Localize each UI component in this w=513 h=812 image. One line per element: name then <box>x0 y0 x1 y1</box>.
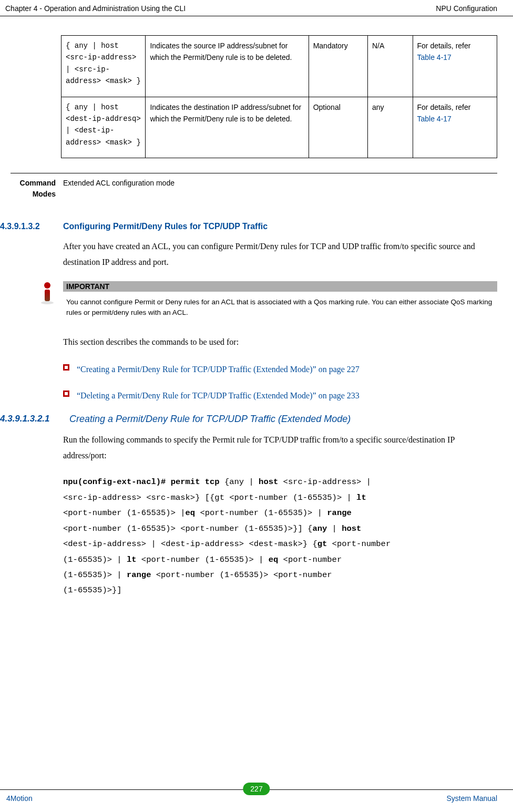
param-cell: { any | host <src-ip-address> | <src-ip-… <box>61 36 146 97</box>
cmd-text: <port-number (1-65535)> | <box>137 555 269 564</box>
xref-link[interactable]: “Deleting a Permit/Deny Rule for TCP/UDP… <box>77 388 360 404</box>
parameter-table: { any | host <src-ip-address> | <src-ip-… <box>61 35 497 158</box>
cmd-text: {any | <box>224 477 259 487</box>
cmd-text: range <box>327 508 352 518</box>
cmd-text: <port-number <box>327 539 391 549</box>
body-paragraph: Run the following commands to specify th… <box>63 432 484 463</box>
list-item: “Deleting a Permit/Deny Rule for TCP/UDP… <box>63 388 484 404</box>
section-title: Configuring Permit/Deny Rules for TCP/UD… <box>63 222 268 231</box>
subsection-number: 4.3.9.1.3.2.1 <box>0 414 69 425</box>
bullet-list: “Creating a Permit/Deny Rule for TCP/UDP… <box>63 362 484 403</box>
page-number-badge: 227 <box>243 783 270 795</box>
cmd-text: host <box>259 477 278 487</box>
cmd-text: eq <box>186 508 196 518</box>
cmd-text: npu(config-ext-nacl)# permit tcp <box>63 477 224 487</box>
table-link[interactable]: Table 4-17 <box>417 53 452 61</box>
cmd-text: any <box>312 524 327 533</box>
presence-cell: Optional <box>309 97 367 158</box>
bullet-icon <box>63 390 69 397</box>
param-cell: { any | host <dest-ip-addresq> | <dest-i… <box>61 97 146 158</box>
cmd-text: (1-65535)>}] <box>63 585 122 595</box>
footer-right: System Manual <box>447 794 497 803</box>
cmd-text: <port-number (1-65535)> | <box>195 508 327 518</box>
header-right: NPU Configuration <box>436 4 497 13</box>
cmd-text: <src-ip-address> <src-mask>} [{gt <port-… <box>63 493 356 502</box>
important-callout: IMPORTANT You cannot configure Permit or… <box>32 281 497 321</box>
important-body: IMPORTANT You cannot configure Permit or… <box>63 281 497 321</box>
cmd-text: <port-number (1-65535)> <port-number <box>151 570 332 580</box>
subsection-title: Creating a Permit/Deny Rule for TCP/UDP … <box>69 414 351 425</box>
cmd-text: <src-ip-address> | <box>278 477 371 487</box>
presence-cell: Mandatory <box>309 36 367 97</box>
desc-cell: Indicates the source IP address/subnet f… <box>146 36 309 97</box>
cmd-text: | <box>327 524 342 533</box>
command-modes-label: Command Modes <box>11 178 63 200</box>
cmd-text: <port-number <box>278 555 342 564</box>
section-heading: 4.3.9.1.3.2 Configuring Permit/Deny Rule… <box>0 222 497 231</box>
command-block: npu(config-ext-nacl)# permit tcp {any | … <box>63 475 489 599</box>
table-row: { any | host <src-ip-address> | <src-ip-… <box>61 36 497 97</box>
default-cell: any <box>367 97 413 158</box>
important-heading: IMPORTANT <box>63 281 497 292</box>
cmd-text: (1-65535)> | <box>63 555 127 564</box>
cmd-text: <port-number (1-65535)> <port-number (1-… <box>63 524 312 533</box>
cmd-text: <dest-ip-address> | <dest-ip-address> <d… <box>63 539 317 549</box>
table-row: { any | host <dest-ip-addresq> | <dest-i… <box>61 97 497 158</box>
cmd-text: eq <box>269 555 279 564</box>
cmd-text: lt <box>356 493 366 502</box>
details-cell: For details, refer Table 4-17 <box>413 36 497 97</box>
important-text: You cannot configure Permit or Deny rule… <box>63 297 497 321</box>
body-paragraph: After you have created an ACL, you can c… <box>63 239 484 270</box>
list-item: “Creating a Permit/Deny Rule for TCP/UDP… <box>63 362 484 377</box>
command-modes-block: Command Modes Extended ACL configuration… <box>11 173 497 200</box>
table-link[interactable]: Table 4-17 <box>417 115 452 123</box>
footer-left: 4Motion <box>6 794 33 803</box>
command-modes-value: Extended ACL configuration mode <box>63 178 175 187</box>
section-number: 4.3.9.1.3.2 <box>0 222 63 231</box>
page-content: { any | host <src-ip-address> | <src-ip-… <box>0 35 513 599</box>
cmd-text: range <box>127 570 151 580</box>
bullet-icon <box>63 364 69 371</box>
details-pre: For details, refer <box>417 103 471 111</box>
cmd-text: (1-65535)> | <box>63 570 127 580</box>
cmd-text: lt <box>127 555 137 564</box>
header-left: Chapter 4 - Operation and Administration… <box>5 4 186 13</box>
default-cell: N/A <box>367 36 413 97</box>
important-icon-col <box>32 281 63 321</box>
xref-link[interactable]: “Creating a Permit/Deny Rule for TCP/UDP… <box>77 362 360 377</box>
details-pre: For details, refer <box>417 42 471 50</box>
page-header: Chapter 4 - Operation and Administration… <box>0 0 513 16</box>
cmd-text: gt <box>317 539 327 549</box>
details-cell: For details, refer Table 4-17 <box>413 97 497 158</box>
subsection-heading: 4.3.9.1.3.2.1 Creating a Permit/Deny Rul… <box>0 414 497 425</box>
cmd-text: host <box>342 524 361 533</box>
cmd-text: <port-number (1-65535)> | <box>63 508 186 518</box>
body-paragraph: This section describes the commands to b… <box>63 334 484 350</box>
info-icon <box>44 282 51 301</box>
page-footer: 4Motion 227 System Manual <box>0 789 513 803</box>
desc-cell: Indicates the destination IP address/sub… <box>146 97 309 158</box>
